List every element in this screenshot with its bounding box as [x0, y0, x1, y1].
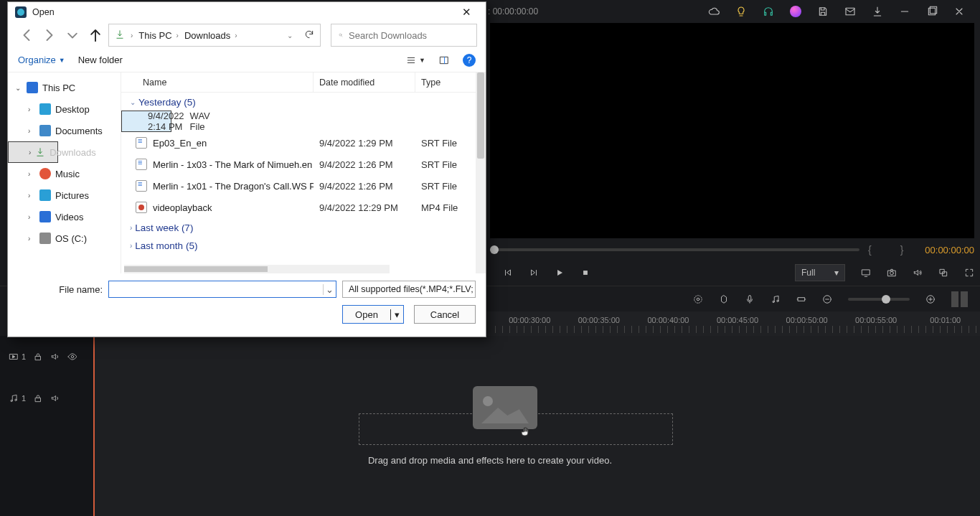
breadcrumb[interactable]: › This PC› Downloads› ⌄	[108, 24, 321, 47]
search-input[interactable]	[331, 24, 477, 47]
tree-music[interactable]: ›Music	[8, 163, 121, 184]
cloud-icon[interactable]	[700, 0, 727, 23]
tree-desktop[interactable]: ›Desktop	[8, 98, 121, 120]
search-field[interactable]	[349, 30, 469, 41]
zoom-slider[interactable]	[848, 298, 910, 301]
tree-videos[interactable]: ›Videos	[8, 206, 121, 227]
tree-this-pc[interactable]: ⌄This PC	[8, 77, 121, 98]
fullscreen-icon[interactable]	[964, 268, 974, 278]
file-name-dropdown[interactable]: ⌄	[323, 284, 336, 295]
minimize-button[interactable]	[891, 0, 918, 23]
lock-icon[interactable]	[33, 393, 43, 403]
file-row[interactable]: videoplayback 9/4/2022 12:29 PMMP4 File	[121, 197, 486, 218]
file-row[interactable]: mixkit-clock-countdown-bleeps-916 (1) 9/…	[121, 111, 171, 132]
lightbulb-icon[interactable]	[727, 0, 755, 23]
zoom-in-button[interactable]	[925, 294, 936, 304]
stop-button[interactable]	[580, 268, 590, 278]
file-type-filter[interactable]: All supported files(*.MP4;*.FLV;⌄	[342, 281, 476, 298]
dialog-titlebar[interactable]: Open ✕	[8, 2, 486, 22]
audio-track-header[interactable]: 1	[0, 377, 93, 419]
tool-marker-icon[interactable]	[719, 294, 729, 304]
file-icon	[136, 180, 147, 192]
tree-pictures[interactable]: ›Pictures	[8, 184, 121, 206]
file-row[interactable]: Merlin - 1x01 - The Dragon's Call.WS PDT…	[121, 175, 486, 197]
col-date[interactable]: Date modified	[314, 72, 415, 92]
download-icon[interactable]	[864, 0, 891, 23]
mail-icon[interactable]	[837, 0, 864, 23]
snapshot-icon[interactable]	[887, 268, 897, 278]
tool-music-icon[interactable]	[771, 294, 781, 304]
file-name-input[interactable]: ⌄	[108, 281, 336, 298]
nav-back-button[interactable]	[17, 25, 37, 45]
headphones-icon[interactable]	[755, 0, 782, 23]
file-icon	[136, 159, 147, 170]
step-back-button[interactable]	[503, 268, 513, 278]
tree-os-drive[interactable]: ›OS (C:)	[8, 227, 121, 249]
video-track-header[interactable]: 1	[0, 336, 93, 377]
vertical-scrollbar[interactable]	[476, 72, 486, 273]
volume-icon[interactable]	[913, 268, 923, 278]
play-button[interactable]	[555, 268, 565, 278]
group-last-week[interactable]: ›Last week (7)	[121, 218, 486, 236]
new-folder-button[interactable]: New folder	[78, 55, 123, 65]
svg-rect-0	[846, 8, 854, 14]
step-forward-button[interactable]	[529, 268, 539, 278]
track-view-toggle[interactable]	[951, 291, 970, 307]
horizontal-scrollbar[interactable]	[124, 265, 390, 273]
mute-icon[interactable]	[50, 393, 60, 403]
zoom-out-button[interactable]	[822, 294, 832, 304]
detach-icon[interactable]	[938, 268, 948, 278]
tree-downloads[interactable]: ›Downloads	[8, 141, 58, 163]
maximize-button[interactable]	[918, 0, 946, 23]
nav-forward-button	[39, 25, 60, 45]
list-header[interactable]: Name Date modified Type	[121, 72, 486, 93]
preview-timecode: 00:00:00:00	[925, 245, 974, 255]
file-row[interactable]: Ep03_En_en 9/4/2022 1:29 PMSRT File	[121, 132, 486, 154]
svg-rect-11	[748, 295, 751, 300]
tool-mic-icon[interactable]	[745, 294, 755, 304]
organize-menu[interactable]: Organize ▼	[18, 55, 65, 65]
view-mode-button[interactable]: ▼	[406, 55, 425, 65]
profile-orb-icon[interactable]	[782, 0, 809, 23]
close-button[interactable]	[946, 0, 973, 23]
svg-rect-3	[583, 271, 588, 275]
file-name-label: File name:	[18, 284, 103, 295]
open-button[interactable]: Open▾	[342, 305, 404, 324]
col-name[interactable]: Name	[121, 72, 314, 92]
cancel-button[interactable]: Cancel	[414, 305, 476, 324]
tool-gear-icon[interactable]	[693, 294, 703, 304]
save-icon[interactable]	[809, 0, 837, 23]
preview-pane-button[interactable]	[438, 55, 450, 65]
refresh-button[interactable]	[304, 29, 314, 42]
col-type[interactable]: Type	[415, 78, 440, 88]
playhead[interactable]	[93, 311, 95, 516]
preview-progress[interactable]: { } 00:00:00:00	[490, 243, 974, 257]
crumb-downloads[interactable]: Downloads›	[184, 30, 237, 41]
svg-point-20	[11, 400, 12, 401]
svg-point-6	[890, 271, 894, 275]
crumb-this-pc[interactable]: This PC›	[138, 30, 179, 41]
preview-viewport	[490, 23, 974, 238]
display-icon[interactable]	[861, 268, 871, 278]
lock-icon[interactable]	[33, 352, 43, 362]
visibility-icon[interactable]	[67, 352, 77, 362]
file-name-field[interactable]	[109, 281, 323, 297]
tool-fit-icon[interactable]	[796, 294, 806, 304]
group-yesterday[interactable]: ⌄Yesterday (5)	[121, 93, 486, 111]
preview-mode-select[interactable]: Full▾	[795, 264, 845, 281]
nav-up-button[interactable]	[85, 25, 105, 45]
nav-recent-button[interactable]	[62, 25, 83, 45]
crumb-history-dropdown[interactable]: ⌄	[287, 32, 293, 39]
dialog-close-button[interactable]: ✕	[454, 6, 479, 19]
tree-documents[interactable]: ›Documents	[8, 120, 121, 141]
progress-track[interactable]	[490, 248, 859, 251]
downloads-folder-icon[interactable]	[115, 29, 125, 42]
file-icon	[136, 137, 147, 149]
drop-preview-card	[473, 386, 537, 429]
file-row[interactable]: Merlin - 1x03 - The Mark of Nimueh.en 9/…	[121, 154, 486, 175]
file-list: Name Date modified Type ⌄Yesterday (5) m…	[121, 72, 486, 273]
svg-rect-8	[943, 272, 947, 276]
group-last-month[interactable]: ›Last month (5)	[121, 236, 486, 254]
mute-icon[interactable]	[50, 352, 60, 362]
help-button[interactable]: ?	[463, 54, 476, 67]
